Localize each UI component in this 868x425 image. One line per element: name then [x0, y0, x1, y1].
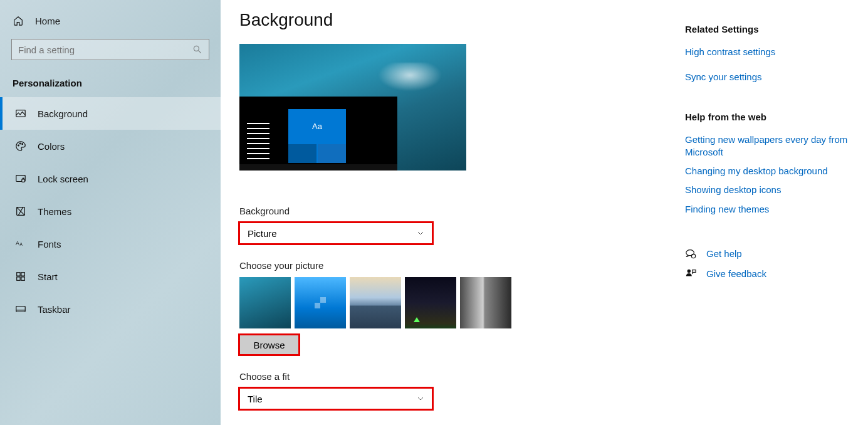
chevron-down-icon: [417, 395, 424, 402]
picture-thumb-3[interactable]: [405, 277, 456, 328]
chevron-down-icon: [417, 229, 424, 237]
themes-icon: [15, 206, 26, 217]
preview-tile-text: Aa: [312, 122, 322, 131]
link-sync-settings[interactable]: Sync your settings: [685, 71, 849, 83]
picture-thumb-1[interactable]: [295, 277, 346, 328]
right-column: Related Settings High contrast settings …: [685, 10, 849, 425]
browse-button[interactable]: Browse: [239, 335, 299, 355]
choose-picture-label: Choose your picture: [239, 260, 685, 271]
feedback-icon: [685, 268, 696, 280]
svg-text:A: A: [19, 242, 23, 246]
svg-rect-10: [17, 273, 20, 276]
svg-point-0: [194, 46, 199, 51]
svg-point-16: [686, 249, 694, 255]
sidebar: Home Personalization Background Colors L…: [0, 0, 221, 425]
link-wallpapers[interactable]: Getting new wallpapers every day from Mi…: [685, 134, 849, 159]
link-desktop-icons[interactable]: Showing desktop icons: [685, 184, 849, 196]
search-input[interactable]: [18, 45, 192, 55]
nav-label: Lock screen: [38, 174, 88, 184]
svg-rect-11: [21, 273, 24, 276]
give-feedback-link[interactable]: Give feedback: [706, 268, 766, 279]
section-title: Personalization: [0, 60, 221, 97]
get-help-link[interactable]: Get help: [706, 248, 742, 259]
nav-label: Themes: [38, 206, 71, 217]
help-icon: [685, 248, 696, 260]
svg-rect-13: [21, 277, 24, 280]
link-high-contrast[interactable]: High contrast settings: [685, 46, 849, 58]
related-settings-title: Related Settings: [685, 24, 849, 34]
svg-rect-14: [16, 307, 25, 312]
svg-point-2: [18, 145, 19, 146]
nav-label: Taskbar: [38, 304, 71, 315]
picture-thumb-0[interactable]: [239, 277, 291, 328]
nav-start[interactable]: Start: [0, 260, 221, 293]
nav-themes[interactable]: Themes: [0, 195, 221, 228]
page-title: Background: [239, 10, 685, 30]
home-label: Home: [35, 16, 60, 26]
lockscreen-icon: [15, 173, 26, 184]
fonts-icon: AA: [15, 238, 26, 249]
home-link[interactable]: Home: [0, 10, 221, 34]
nav-label: Start: [38, 271, 58, 282]
home-icon: [13, 15, 24, 26]
search-box[interactable]: [11, 39, 209, 60]
give-feedback-row[interactable]: Give feedback: [685, 268, 849, 280]
svg-point-3: [19, 143, 21, 144]
nav-colors[interactable]: Colors: [0, 130, 221, 162]
help-title: Help from the web: [685, 112, 849, 122]
picture-thumbnails: [239, 277, 685, 328]
nav-label: Colors: [38, 141, 65, 152]
svg-rect-12: [17, 277, 20, 280]
content: Background Aa Background Picture Choose …: [239, 10, 685, 425]
svg-rect-6: [22, 179, 25, 182]
get-help-row[interactable]: Get help: [685, 248, 849, 260]
picture-thumb-2[interactable]: [350, 277, 401, 328]
link-new-themes[interactable]: Finding new themes: [685, 203, 849, 216]
background-label: Background: [239, 206, 685, 216]
nav-background[interactable]: Background: [0, 97, 221, 130]
dropdown-value: Picture: [248, 228, 277, 239]
search-icon: [192, 45, 202, 55]
dropdown-value: Tile: [248, 394, 263, 404]
svg-point-18: [688, 270, 691, 273]
main: Background Aa Background Picture Choose …: [221, 0, 868, 425]
svg-point-17: [691, 254, 695, 258]
background-dropdown[interactable]: Picture: [239, 223, 432, 244]
nav-taskbar[interactable]: Taskbar: [0, 293, 221, 325]
taskbar-icon: [15, 303, 26, 315]
choose-fit-label: Choose a fit: [239, 371, 685, 382]
fit-dropdown[interactable]: Tile: [239, 388, 432, 409]
palette-icon: [15, 140, 26, 152]
nav-label: Background: [38, 108, 88, 119]
svg-text:A: A: [16, 240, 19, 246]
nav-label: Fonts: [38, 239, 61, 249]
svg-point-4: [22, 144, 23, 145]
picture-icon: [15, 108, 26, 119]
nav-lockscreen[interactable]: Lock screen: [0, 162, 221, 195]
desktop-preview: Aa: [239, 44, 466, 171]
picture-thumb-4[interactable]: [460, 277, 511, 328]
start-icon: [15, 271, 26, 282]
nav-fonts[interactable]: AA Fonts: [0, 228, 221, 260]
link-change-bg[interactable]: Changing my desktop background: [685, 165, 849, 177]
